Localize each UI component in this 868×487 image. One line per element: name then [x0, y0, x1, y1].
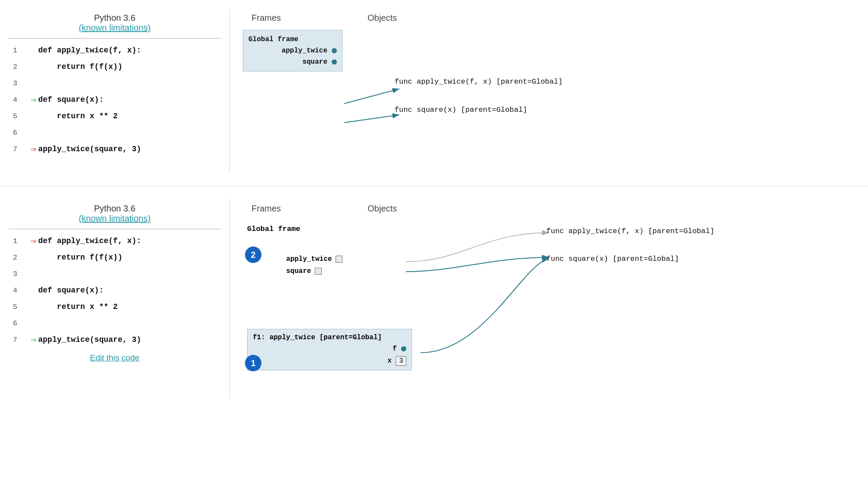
top-code-line-2: 2 return f(f(x))	[4, 58, 225, 75]
bottom-viz-panel: Frames Objects	[230, 199, 868, 398]
bottom-line-num-3: 3	[4, 270, 17, 278]
bottom-line-num-7: 7	[4, 336, 17, 344]
top-frame-row-apply-twice: apply_twice	[243, 45, 342, 56]
top-code-line-5: 5 return x ** 2	[4, 108, 225, 124]
bottom-obj-apply-twice-text: func apply_twice(f, x) [parent=Global]	[546, 227, 715, 235]
bottom-obj-square-text: func square(x) [parent=Global]	[546, 255, 679, 263]
bottom-code-text-1: def apply_twice(f, x):	[38, 237, 141, 245]
bottom-f1-f-row: f	[248, 343, 411, 354]
top-code-text-5: return x ** 2	[38, 112, 118, 120]
top-code-line-1: 1 def apply_twice(f, x):	[4, 42, 225, 58]
bottom-box-square	[315, 268, 322, 275]
svg-line-2	[344, 115, 399, 123]
top-viz-diagram: Global frame apply_twice square func app…	[243, 30, 855, 169]
bottom-red-arrow-icon: ⇒	[31, 235, 36, 247]
bottom-code-line-2: 2 return f(f(x))	[4, 249, 225, 266]
top-python-version: Python 3.6	[9, 13, 221, 23]
top-arrow-7: ⇒	[21, 143, 36, 155]
top-objects-label: Objects	[368, 13, 397, 23]
bottom-frame-row-apply-twice: apply_twice	[286, 255, 343, 263]
top-obj-apply-twice: func apply_twice(f, x) [parent=Global]	[395, 78, 563, 86]
bottom-f1-f-var: f	[392, 345, 397, 353]
bottom-line-num-1: 1	[4, 237, 17, 245]
top-code-text-2: return f(f(x))	[38, 62, 122, 71]
bottom-python-version: Python 3.6	[9, 204, 221, 214]
top-var-square: square	[302, 58, 327, 66]
bottom-code-panel: Python 3.6 (known limitations) 1 ⇒ def a…	[0, 199, 230, 398]
top-line-num-3: 3	[4, 79, 17, 88]
top-arrow-4: ⇒	[21, 94, 36, 106]
top-section: Python 3.6 (known limitations) 1 def app…	[0, 9, 868, 186]
top-var-apply-twice: apply_twice	[281, 47, 327, 55]
bottom-box-apply-twice	[336, 256, 343, 263]
bottom-code-text-2: return f(f(x))	[38, 253, 122, 262]
main-container: Python 3.6 (known limitations) 1 def app…	[0, 0, 868, 407]
edit-this-code-link[interactable]: Edit this code	[0, 353, 229, 363]
top-line-num-4: 4	[4, 96, 17, 104]
top-code-line-3: 3	[4, 75, 225, 91]
bottom-arrow-7: ⇒	[21, 334, 36, 346]
top-code-lines: 1 def apply_twice(f, x): 2 return f(f(x)…	[0, 42, 229, 157]
bottom-line-num-4: 4	[4, 286, 17, 295]
bottom-line-num-2: 2	[4, 253, 17, 262]
bottom-f1-frame-label: f1: apply_twice [parent=Global]	[248, 332, 411, 343]
bottom-code-text-4: def square(x):	[38, 286, 104, 295]
top-code-line-7: 7 ⇒ apply_twice(square, 3)	[4, 141, 225, 157]
top-red-arrow-icon: ⇒	[31, 143, 36, 155]
bottom-f1-x-row: x 3	[248, 354, 411, 367]
step-2-badge: 2	[245, 247, 261, 263]
bottom-code-line-1: 1 ⇒ def apply_twice(f, x):	[4, 233, 225, 249]
bottom-divider	[9, 229, 221, 229]
top-frame-row-square: square	[243, 56, 342, 68]
svg-line-1	[344, 89, 399, 104]
bottom-objects-area: func apply_twice(f, x) [parent=Global] f…	[546, 227, 715, 263]
bottom-code-line-7: 7 ⇒ apply_twice(square, 3)	[4, 331, 225, 348]
bottom-code-header: Python 3.6 (known limitations)	[0, 204, 229, 224]
bottom-code-line-3: 3	[4, 266, 225, 282]
top-code-text-7: apply_twice(square, 3)	[38, 145, 141, 153]
top-code-panel: Python 3.6 (known limitations) 1 def app…	[0, 9, 230, 173]
bottom-var-square: square	[286, 267, 311, 275]
top-global-frame-label: Global frame	[243, 34, 342, 45]
top-dot-apply-twice	[332, 48, 337, 53]
bottom-code-line-6: 6	[4, 315, 225, 331]
bottom-line-num-6: 6	[4, 319, 17, 328]
bottom-global-text: Global frame	[247, 225, 300, 233]
top-dot-square	[332, 59, 337, 65]
top-line-num-7: 7	[4, 145, 17, 153]
top-code-line-6: 6	[4, 124, 225, 141]
bottom-obj-square: func square(x) [parent=Global]	[546, 255, 715, 263]
bottom-f1-x-value: 3	[396, 356, 406, 366]
top-obj-square: func square(x) [parent=Global]	[395, 106, 527, 114]
top-divider	[9, 38, 221, 39]
bottom-f1-f-dot	[401, 346, 406, 351]
bottom-green-arrow-icon: ⇒	[31, 334, 36, 346]
bottom-frame-row-square: square	[286, 267, 322, 275]
top-line-num-1: 1	[4, 46, 17, 55]
top-green-arrow-icon: ⇒	[31, 94, 36, 106]
bottom-line-num-5: 5	[4, 303, 17, 311]
top-limitations-link[interactable]: (known limitations)	[79, 23, 151, 32]
bottom-global-frame-label: Global frame	[247, 225, 300, 233]
top-global-frame-box: Global frame apply_twice square	[243, 30, 343, 71]
bottom-arrow-1: ⇒	[21, 235, 36, 247]
top-viz-panel: Frames Objects	[230, 9, 868, 173]
top-code-header: Python 3.6 (known limitations)	[0, 13, 229, 33]
bottom-code-lines: 1 ⇒ def apply_twice(f, x): 2 return f(f(…	[0, 233, 229, 348]
top-frames-label: Frames	[251, 13, 281, 23]
bottom-frames-label: Frames	[251, 204, 281, 214]
top-obj-square-label: func square(x) [parent=Global]	[395, 106, 527, 114]
bottom-limitations-link[interactable]: (known limitations)	[79, 214, 151, 223]
bottom-viz-header: Frames Objects	[243, 204, 855, 214]
bottom-code-text-5: return x ** 2	[38, 302, 118, 311]
top-code-line-4: 4 ⇒ def square(x):	[4, 91, 225, 108]
top-line-num-6: 6	[4, 129, 17, 137]
top-obj-apply-twice-label: func apply_twice(f, x) [parent=Global]	[395, 78, 563, 86]
top-viz-header: Frames Objects	[243, 13, 855, 23]
top-code-text-4: def square(x):	[38, 95, 104, 104]
bottom-code-line-4: 4 def square(x):	[4, 282, 225, 299]
bottom-f1-frame-box: f1: apply_twice [parent=Global] f x 3	[247, 329, 412, 370]
bottom-objects-label: Objects	[368, 204, 397, 214]
bottom-code-line-5: 5 return x ** 2	[4, 299, 225, 315]
bottom-section: Python 3.6 (known limitations) 1 ⇒ def a…	[0, 199, 868, 398]
